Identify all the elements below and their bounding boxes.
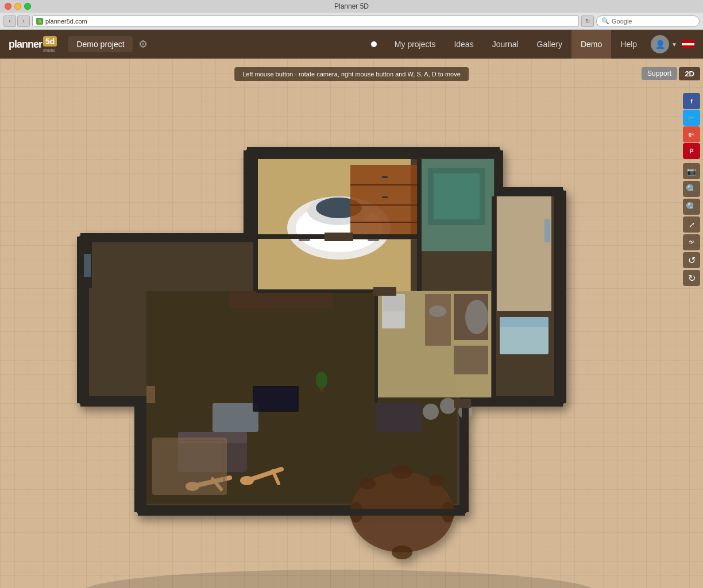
project-name[interactable]: Demo project bbox=[68, 36, 132, 52]
units-button[interactable]: ft² bbox=[683, 234, 700, 250]
search-bar[interactable]: 🔍 Google bbox=[596, 16, 700, 27]
reload-button[interactable]: ↻ bbox=[581, 16, 594, 27]
svg-rect-83 bbox=[325, 233, 353, 241]
secure-icon: 🔒 bbox=[36, 18, 43, 25]
nav-dot bbox=[371, 41, 377, 47]
address-bar[interactable]: 🔒 planner5d.com bbox=[32, 16, 579, 27]
nav-demo[interactable]: Demo bbox=[571, 30, 611, 59]
browser-toolbar: ‹ › 🔒 planner5d.com ↻ 🔍 Google bbox=[0, 13, 703, 30]
user-avatar-wrap[interactable]: 👤 ▼ bbox=[651, 35, 677, 53]
svg-point-50 bbox=[392, 546, 412, 559]
floorplan-svg bbox=[11, 76, 672, 588]
svg-point-53 bbox=[360, 478, 376, 489]
avatar: 👤 bbox=[651, 35, 669, 53]
fullscreen-button[interactable]: ⤢ bbox=[683, 216, 700, 233]
url-text: planner5d.com bbox=[45, 18, 87, 25]
search-placeholder: Google bbox=[612, 18, 632, 25]
googleplus-share-button[interactable]: g+ bbox=[683, 126, 700, 142]
close-button[interactable] bbox=[5, 3, 11, 10]
svg-rect-64 bbox=[146, 386, 155, 403]
main-nav: My projects Ideas Journal Gallery Demo H… bbox=[385, 30, 646, 59]
forward-button[interactable]: › bbox=[17, 16, 30, 27]
browser-nav-buttons[interactable]: ‹ › bbox=[3, 16, 30, 27]
redo-button[interactable]: ↻ bbox=[683, 270, 700, 286]
nav-help[interactable]: Help bbox=[611, 30, 646, 59]
tooltip-text: Left mouse button - rotate camera, right… bbox=[242, 71, 461, 78]
svg-point-56 bbox=[440, 398, 456, 414]
nav-ideas[interactable]: Ideas bbox=[445, 30, 482, 59]
language-flag[interactable] bbox=[682, 40, 694, 48]
svg-rect-15 bbox=[382, 196, 388, 198]
nav-gallery[interactable]: Gallery bbox=[528, 30, 571, 59]
back-button[interactable]: ‹ bbox=[3, 16, 16, 27]
search-icon: 🔍 bbox=[601, 17, 609, 25]
minimize-button[interactable] bbox=[14, 3, 21, 10]
zoom-out-button[interactable]: 🔍 bbox=[683, 199, 700, 215]
svg-point-49 bbox=[392, 465, 412, 479]
camera-tooltip: Left mouse button - rotate camera, right… bbox=[234, 67, 469, 81]
svg-rect-14 bbox=[382, 176, 388, 178]
browser-traffic-lights bbox=[5, 3, 31, 10]
svg-rect-28 bbox=[454, 346, 488, 374]
logo-sub: studio bbox=[43, 48, 57, 53]
svg-rect-86 bbox=[454, 399, 471, 408]
settings-icon[interactable]: ⚙ bbox=[138, 38, 148, 51]
nav-my-projects[interactable]: My projects bbox=[385, 30, 445, 59]
svg-rect-23 bbox=[544, 219, 550, 242]
svg-point-29 bbox=[465, 300, 488, 334]
svg-rect-39 bbox=[254, 387, 298, 411]
svg-rect-10 bbox=[350, 165, 419, 239]
twitter-share-button[interactable]: 🐦 bbox=[683, 110, 700, 126]
maximize-button[interactable] bbox=[24, 3, 31, 10]
screenshot-button[interactable]: 📷 bbox=[683, 163, 700, 179]
svg-rect-60 bbox=[320, 386, 323, 392]
logo: planner 5d studio bbox=[9, 36, 57, 53]
dropdown-arrow: ▼ bbox=[671, 41, 677, 48]
nav-right: 👤 ▼ bbox=[651, 35, 694, 53]
facebook-share-button[interactable]: f bbox=[683, 93, 700, 109]
svg-rect-61 bbox=[230, 291, 333, 308]
svg-rect-32 bbox=[383, 312, 404, 328]
svg-rect-85 bbox=[373, 287, 396, 296]
svg-rect-33 bbox=[425, 294, 451, 346]
social-buttons: f 🐦 g+ P bbox=[683, 93, 700, 159]
browser-title-bar: Planner 5D bbox=[0, 0, 703, 13]
undo-button[interactable]: ↺ bbox=[683, 252, 700, 268]
svg-rect-19 bbox=[434, 173, 480, 219]
main-3d-view[interactable]: Left mouse button - rotate camera, right… bbox=[0, 59, 703, 588]
browser-chrome: Planner 5D ‹ › 🔒 planner5d.com ↻ 🔍 Googl… bbox=[0, 0, 703, 30]
svg-point-55 bbox=[423, 404, 439, 420]
svg-rect-46 bbox=[152, 438, 227, 495]
browser-title: Planner 5D bbox=[334, 2, 369, 10]
view-2d-button[interactable]: 2D bbox=[679, 67, 700, 80]
svg-rect-31 bbox=[383, 295, 404, 311]
svg-point-54 bbox=[428, 475, 445, 486]
app-navbar: planner 5d studio Demo project ⚙ My proj… bbox=[0, 30, 703, 59]
nav-journal[interactable]: Journal bbox=[483, 30, 528, 59]
zoom-in-button[interactable]: 🔍 bbox=[683, 181, 700, 197]
svg-rect-58 bbox=[376, 403, 422, 432]
svg-rect-37 bbox=[213, 403, 258, 432]
svg-rect-20 bbox=[497, 196, 551, 311]
pinterest-share-button[interactable]: P bbox=[683, 143, 700, 159]
svg-rect-22 bbox=[500, 317, 549, 327]
svg-point-34 bbox=[429, 305, 446, 317]
svg-point-87 bbox=[80, 570, 597, 588]
logo-badge: 5d bbox=[43, 36, 57, 47]
logo-text: planner bbox=[9, 38, 42, 51]
right-toolbar: f 🐦 g+ P 📷 🔍 🔍 ⤢ ft² ↺ ↻ bbox=[683, 93, 700, 286]
